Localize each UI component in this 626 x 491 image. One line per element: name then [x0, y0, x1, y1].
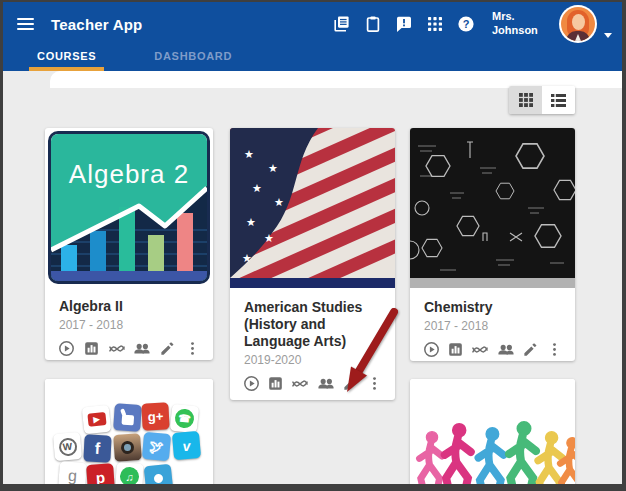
members-icon[interactable] — [317, 375, 335, 392]
tab-bar: COURSES DASHBOARD — [3, 46, 622, 71]
view-toggle — [509, 86, 575, 114]
image-strip — [230, 278, 395, 288]
svg-text:★: ★ — [274, 196, 284, 208]
dropdown-caret-icon[interactable] — [604, 33, 612, 38]
spotify-tile: ♫ — [115, 462, 143, 484]
google-tile: g — [58, 461, 87, 484]
user-name[interactable]: Mrs. Johnson — [492, 10, 544, 38]
members-icon[interactable] — [497, 341, 515, 358]
grid-view-button[interactable] — [509, 86, 542, 114]
play-icon[interactable] — [243, 375, 260, 392]
course-card-algebra[interactable]: Algebra 2 Algebra II 2017 - 2018 — [45, 128, 213, 360]
play-icon[interactable] — [58, 340, 75, 357]
course-image-flag: ★★★ ★★★ ★ — [230, 128, 395, 278]
twitter-tile: 🕊 — [142, 432, 171, 461]
googleplus-tile: g+ — [141, 402, 169, 430]
tab-courses[interactable]: COURSES — [33, 46, 100, 71]
wordpress-tile: W — [53, 432, 82, 461]
library-icon[interactable] — [333, 15, 351, 33]
edit-icon[interactable] — [342, 375, 359, 392]
more-icon[interactable] — [546, 341, 563, 358]
help-icon[interactable]: ? — [457, 15, 475, 33]
card-actions — [45, 332, 213, 360]
avatar-collar — [575, 34, 581, 41]
clipboard-icon[interactable] — [364, 15, 382, 33]
vimeo-tile: v — [172, 431, 201, 460]
app-window: Teacher App — [0, 0, 626, 491]
list-view-button[interactable] — [542, 86, 575, 114]
svg-text:★: ★ — [244, 148, 254, 160]
course-image-runners — [410, 379, 575, 484]
course-image-chemistry — [410, 128, 575, 278]
card-actions — [230, 367, 395, 400]
course-title: Chemistry — [424, 299, 561, 316]
header-actions: ? Mrs. Johnson — [333, 5, 612, 43]
youtube-tile: ▶ — [82, 405, 112, 435]
tab-dashboard[interactable]: DASHBOARD — [150, 46, 236, 71]
instagram-tile — [113, 433, 142, 462]
avatar[interactable] — [559, 5, 597, 43]
course-card-runners[interactable] — [410, 379, 575, 484]
map-tile — [144, 464, 174, 484]
svg-text:?: ? — [463, 18, 470, 30]
edit-icon[interactable] — [159, 340, 176, 357]
like-tile — [113, 403, 142, 432]
svg-text:★: ★ — [268, 162, 278, 174]
edit-icon[interactable] — [522, 341, 539, 358]
svg-text:★: ★ — [264, 232, 274, 244]
course-card-american-studies[interactable]: ★★★ ★★★ ★ American Studies (History and … — [230, 128, 395, 400]
members-icon[interactable] — [133, 340, 151, 357]
algebra-image-text: Algebra 2 — [69, 159, 189, 189]
analytics-icon[interactable] — [108, 340, 126, 357]
results-icon[interactable] — [267, 375, 284, 392]
course-image-algebra: Algebra 2 — [48, 131, 210, 284]
more-icon[interactable] — [366, 375, 383, 392]
avatar-face — [572, 14, 585, 30]
content-area: Algebra 2 Algebra II 2017 - 2018 — [3, 71, 622, 484]
course-card-social[interactable]: ▶ g+ ☎ W f 🕊 v g p ♫ — [45, 379, 213, 484]
play-icon[interactable] — [423, 341, 440, 358]
course-card-chemistry[interactable]: Chemistry 2017 - 2018 — [410, 128, 575, 361]
course-years: 2019-2020 — [244, 353, 381, 367]
course-title: American Studies (History and Language A… — [244, 299, 381, 350]
course-years: 2017 - 2018 — [424, 319, 561, 333]
image-strip — [410, 278, 575, 288]
svg-text:★: ★ — [246, 216, 256, 228]
whatsapp-tile: ☎ — [170, 404, 200, 434]
app-title: Teacher App — [51, 16, 142, 33]
course-years: 2017 - 2018 — [59, 318, 199, 332]
facebook-tile: f — [83, 434, 111, 462]
results-icon[interactable] — [447, 341, 464, 358]
course-title: Algebra II — [59, 298, 199, 315]
top-bar: Teacher App — [3, 2, 622, 46]
apps-grid-icon[interactable] — [426, 15, 444, 33]
analytics-icon[interactable] — [471, 341, 489, 358]
svg-text:★: ★ — [242, 252, 252, 264]
pinterest-tile: p — [86, 463, 115, 484]
card-actions — [410, 333, 575, 361]
menu-icon[interactable] — [17, 18, 34, 31]
more-icon[interactable] — [184, 340, 201, 357]
svg-text:★: ★ — [252, 182, 262, 194]
announcement-icon[interactable] — [395, 15, 413, 33]
course-image-social-media: ▶ g+ ☎ W f 🕊 v g p ♫ — [45, 379, 213, 484]
analytics-icon[interactable] — [291, 375, 309, 392]
results-icon[interactable] — [83, 340, 100, 357]
